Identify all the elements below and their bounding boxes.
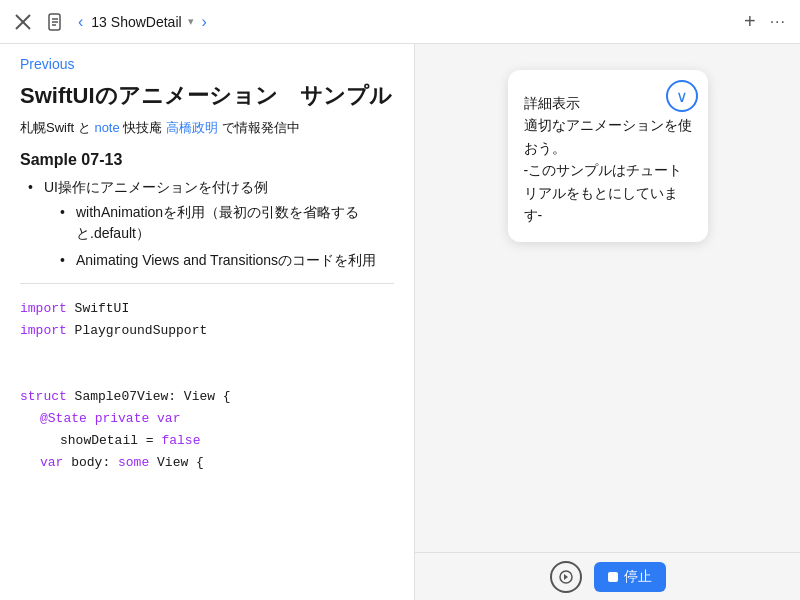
- doc-title: SwiftUIのアニメーション サンプル: [20, 82, 394, 111]
- code-line: struct Sample07View: View {: [20, 386, 394, 408]
- bullet-list: UI操作にアニメーションを付ける例 withAnimationを利用（最初の引数…: [28, 177, 394, 271]
- code-line: showDetail = false: [20, 430, 394, 452]
- right-panel: ∨ 詳細表示 適切なアニメーションを使おう。 -このサンプルはチュートリアルをも…: [415, 44, 800, 600]
- more-button[interactable]: ···: [768, 11, 788, 33]
- previous-link[interactable]: Previous: [20, 56, 394, 72]
- stop-button[interactable]: 停止: [594, 562, 666, 592]
- code-line: import PlaygroundSupport: [20, 320, 394, 342]
- sample-heading: Sample 07-13: [20, 151, 394, 169]
- subtitle-note-link[interactable]: note: [94, 120, 119, 135]
- sub-list-item: withAnimationを利用（最初の引数を省略すると.default）: [60, 202, 394, 244]
- breadcrumb-title: 13 ShowDetail: [91, 14, 181, 30]
- doc-icon[interactable]: [44, 11, 66, 33]
- bottom-toolbar: 停止: [415, 552, 800, 600]
- subtitle-suffix: で情報発信中: [218, 120, 300, 135]
- divider: [20, 283, 394, 284]
- detail-card-text: 詳細表示 適切なアニメーションを使おう。 -このサンプルはチュートリアルをもとに…: [524, 92, 692, 226]
- code-line: var body: some View {: [20, 452, 394, 474]
- toolbar-right: + ···: [742, 8, 788, 35]
- breadcrumb: ‹ 13 ShowDetail ▾ ›: [76, 11, 209, 33]
- code-line: import SwiftUI: [20, 298, 394, 320]
- left-panel: Previous SwiftUIのアニメーション サンプル 札幌Swift と …: [0, 44, 415, 600]
- code-block: import SwiftUI import PlaygroundSupport …: [20, 298, 394, 475]
- subtitle-author-link[interactable]: 高橋政明: [166, 120, 218, 135]
- code-line: @State private var: [20, 408, 394, 430]
- chevron-down-icon[interactable]: ∨: [666, 80, 698, 112]
- list-item: UI操作にアニメーションを付ける例 withAnimationを利用（最初の引数…: [28, 177, 394, 271]
- close-button[interactable]: [12, 11, 34, 33]
- toolbar-left: [12, 11, 66, 33]
- sub-list: withAnimationを利用（最初の引数を省略すると.default） An…: [60, 202, 394, 271]
- code-line: [20, 364, 394, 386]
- run-button[interactable]: [550, 561, 582, 593]
- breadcrumb-dropdown-icon: ▾: [188, 15, 194, 28]
- sub-list-item: Animating Views and Transitionsのコードを利用: [60, 250, 394, 271]
- add-button[interactable]: +: [742, 8, 758, 35]
- subtitle-middle: 快技庵: [120, 120, 166, 135]
- stop-label: 停止: [624, 568, 652, 586]
- detail-card: ∨ 詳細表示 適切なアニメーションを使おう。 -このサンプルはチュートリアルをも…: [508, 70, 708, 242]
- subtitle-prefix: 札幌Swift と: [20, 120, 94, 135]
- toolbar: ‹ 13 ShowDetail ▾ › + ···: [0, 0, 800, 44]
- list-item-text: UI操作にアニメーションを付ける例: [44, 179, 268, 195]
- breadcrumb-forward-button[interactable]: ›: [200, 11, 209, 33]
- breadcrumb-back-button[interactable]: ‹: [76, 11, 85, 33]
- main-area: Previous SwiftUIのアニメーション サンプル 札幌Swift と …: [0, 44, 800, 600]
- stop-icon: [608, 572, 618, 582]
- right-content: ∨ 詳細表示 適切なアニメーションを使おう。 -このサンプルはチュートリアルをも…: [415, 44, 800, 552]
- doc-subtitle: 札幌Swift と note 快技庵 高橋政明 で情報発信中: [20, 119, 394, 137]
- code-line: [20, 342, 394, 364]
